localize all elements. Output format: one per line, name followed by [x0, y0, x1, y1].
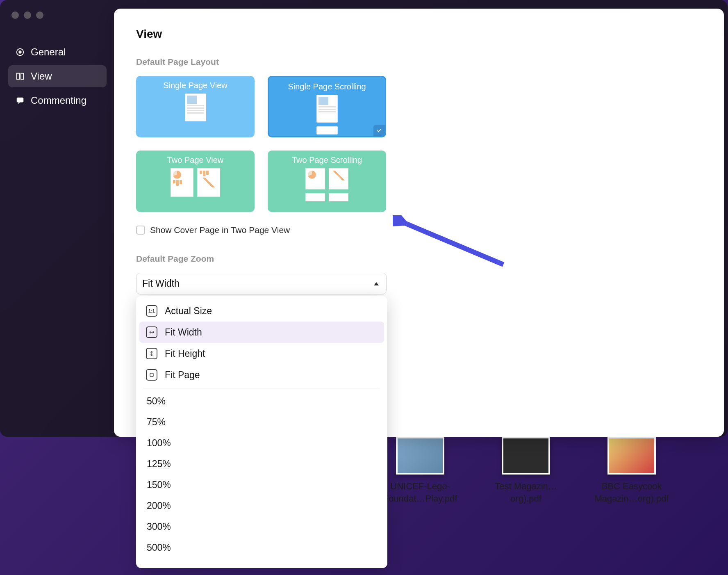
svg-rect-5 [150, 373, 153, 376]
zoom-option-label: 500% [147, 542, 171, 553]
cover-page-option: Show Cover Page in Two Page View [136, 225, 702, 235]
zoom-option-label: 125% [147, 459, 171, 469]
zoom-option-200[interactable]: 200% [139, 495, 384, 516]
desktop-file-row: b UNICEF-Lego-Foundat…Play.pdf Test Maga… [377, 437, 675, 504]
minimize-button[interactable] [24, 11, 31, 19]
sidebar-item-general[interactable]: General [8, 41, 107, 63]
layout-thumb [185, 94, 206, 121]
section-label-zoom: Default Page Zoom [136, 254, 702, 264]
zoom-option-150[interactable]: 150% [139, 475, 384, 495]
pages-icon [16, 72, 25, 81]
zoom-option-actual-size[interactable]: 1:1 Actual Size [139, 300, 384, 322]
zoom-option-fit-page[interactable]: Fit Page [139, 364, 384, 386]
layout-thumb [316, 95, 338, 135]
preferences-window: General View Commenting View Default Pag… [0, 0, 728, 437]
file-name: UNICEF-Lego-Foundat…Play.pdf [377, 480, 463, 504]
zoom-option-label: 75% [147, 417, 166, 427]
cover-page-checkbox[interactable] [136, 226, 145, 235]
layout-option-label: Single Page View [163, 81, 227, 90]
desktop-file[interactable]: BBC Easycook Magazin…org).pdf [589, 437, 675, 504]
zoom-option-label: Fit Width [165, 327, 202, 338]
preferences-sidebar: General View Commenting [8, 41, 107, 114]
svg-rect-3 [21, 73, 23, 80]
zoom-option-label: Fit Page [165, 370, 200, 381]
panel-title: View [136, 27, 702, 41]
zoom-option-75[interactable]: 75% [139, 412, 384, 433]
svg-rect-2 [17, 73, 19, 80]
fit-height-icon [146, 348, 157, 359]
layout-option-label: Two Page Scrolling [292, 155, 362, 165]
zoom-option-50[interactable]: 50% [139, 391, 384, 412]
zoom-select-value: Fit Width [142, 278, 180, 289]
sidebar-item-label: Commenting [31, 95, 86, 106]
zoom-option-100[interactable]: 100% [139, 433, 384, 454]
zoom-option-500[interactable]: 500% [139, 537, 384, 558]
actual-size-icon: 1:1 [146, 305, 157, 317]
sidebar-item-label: View [31, 71, 52, 82]
svg-point-1 [18, 50, 21, 53]
layout-options: Single Page View Single Page Scrolling T… [136, 76, 702, 212]
dropdown-separator [143, 388, 380, 388]
layout-option-two-scrolling[interactable]: Two Page Scrolling [268, 151, 386, 212]
file-name: BBC Easycook Magazin…org).pdf [589, 480, 675, 504]
zoom-option-125[interactable]: 125% [139, 454, 384, 475]
layout-thumb [171, 168, 220, 197]
layout-option-label: Two Page View [167, 155, 224, 165]
zoom-select[interactable]: Fit Width 1:1 Actual Size Fit Width [136, 273, 387, 294]
zoom-option-label: Actual Size [165, 306, 212, 317]
zoom-option-label: 300% [147, 521, 171, 532]
window-controls [11, 11, 43, 19]
zoom-option-label: 100% [147, 438, 171, 448]
sidebar-item-view[interactable]: View [8, 65, 107, 87]
selected-check-icon [373, 125, 385, 136]
svg-rect-4 [17, 98, 24, 103]
layout-option-single-scrolling[interactable]: Single Page Scrolling [268, 76, 386, 137]
cover-page-label: Show Cover Page in Two Page View [150, 225, 290, 235]
close-button[interactable] [11, 11, 19, 19]
zoom-dropdown: 1:1 Actual Size Fit Width Fit Height [136, 296, 387, 568]
file-thumbnail [502, 437, 550, 475]
desktop-file[interactable]: UNICEF-Lego-Foundat…Play.pdf [377, 437, 463, 504]
zoom-option-300[interactable]: 300% [139, 516, 384, 537]
layout-option-two-page[interactable]: Two Page View [136, 151, 255, 212]
comment-icon [16, 96, 25, 105]
zoom-option-label: 50% [147, 396, 166, 406]
zoom-button[interactable] [36, 11, 43, 19]
chevron-up-icon [374, 282, 379, 285]
fit-page-icon [146, 369, 157, 381]
radio-icon [16, 48, 25, 57]
zoom-option-fit-width[interactable]: Fit Width [139, 322, 384, 343]
file-thumbnail [607, 437, 656, 475]
file-name: Test Magazin…org).pdf [483, 480, 569, 504]
zoom-option-label: 200% [147, 500, 171, 511]
zoom-option-fit-height[interactable]: Fit Height [139, 343, 384, 364]
sidebar-item-commenting[interactable]: Commenting [8, 89, 107, 112]
section-label-layout: Default Page Layout [136, 57, 702, 67]
layout-thumb [305, 168, 348, 201]
layout-option-label: Single Page Scrolling [288, 82, 366, 91]
file-thumbnail [396, 437, 444, 475]
sidebar-item-label: General [31, 46, 66, 58]
fit-width-icon [146, 326, 157, 338]
view-panel: View Default Page Layout Single Page Vie… [114, 9, 724, 437]
zoom-option-label: 150% [147, 479, 171, 490]
desktop-file[interactable]: Test Magazin…org).pdf [483, 437, 569, 504]
zoom-option-label: Fit Height [165, 348, 205, 359]
layout-option-single-page[interactable]: Single Page View [136, 76, 255, 137]
